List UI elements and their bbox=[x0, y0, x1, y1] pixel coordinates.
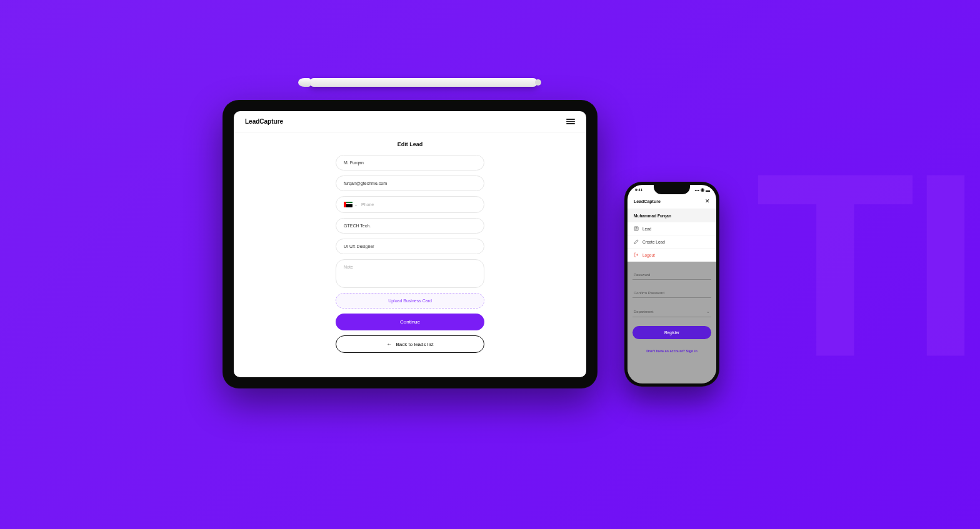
signal-icon: ▪▪▪ bbox=[695, 188, 699, 192]
phone-brand: LeadCapture bbox=[634, 199, 661, 204]
password-field[interactable]: Password bbox=[632, 267, 711, 280]
department-label: Department bbox=[634, 310, 653, 314]
phone-placeholder: Phone bbox=[361, 202, 374, 207]
company-field[interactable]: GTECH Tech. bbox=[336, 218, 484, 234]
logout-icon bbox=[634, 252, 639, 257]
lead-icon bbox=[634, 226, 639, 231]
signin-prompt: Don't have an account? Sign in bbox=[632, 349, 711, 353]
stylus-pencil bbox=[309, 78, 538, 87]
wifi-icon: ◉ bbox=[701, 187, 704, 192]
page-title: Edit Lead bbox=[398, 141, 423, 147]
menu-label-lead: Lead bbox=[642, 227, 651, 231]
chevron-down-icon: ⌄ bbox=[706, 309, 710, 314]
phone-device: 9:41 ▪▪▪ ◉ ▬ LeadCapture ✕ Muhammad Furq… bbox=[624, 182, 719, 387]
name-value: M. Furqan bbox=[344, 161, 364, 165]
phone-notch bbox=[654, 185, 690, 194]
tablet-body: Edit Lead M. Furqan furqan@gtechme.com ⌄… bbox=[234, 132, 586, 377]
back-button[interactable]: ← Back to leads list bbox=[336, 335, 484, 353]
status-indicators: ▪▪▪ ◉ ▬ bbox=[695, 187, 710, 192]
note-field[interactable]: Note bbox=[336, 259, 484, 288]
status-time: 9:41 bbox=[635, 188, 642, 192]
close-icon[interactable]: ✕ bbox=[705, 198, 710, 204]
password-label: Password bbox=[634, 273, 650, 277]
battery-icon: ▬ bbox=[706, 188, 710, 192]
tablet-device: LeadCapture Edit Lead M. Furqan furqan@g… bbox=[222, 100, 598, 388]
uae-flag-icon bbox=[344, 202, 352, 207]
menu-item-lead[interactable]: Lead bbox=[628, 222, 716, 235]
name-field[interactable]: M. Furqan bbox=[336, 155, 484, 171]
confirm-label: Confirm Password bbox=[634, 291, 664, 295]
signin-text: Don't have an account? bbox=[646, 349, 685, 353]
role-value: UI UX Designer bbox=[344, 244, 374, 249]
menu-label-logout: Logout bbox=[642, 253, 655, 257]
edit-lead-form: M. Furqan furqan@gtechme.com ⌄ Phone GTE… bbox=[336, 155, 484, 353]
country-flag-selector[interactable]: ⌄ bbox=[344, 202, 358, 207]
arrow-left-icon: ← bbox=[386, 341, 392, 347]
note-placeholder: Note bbox=[344, 265, 353, 269]
phone-overlay-form: Password Confirm Password Department ⌄ R… bbox=[628, 262, 716, 383]
back-label: Back to leads list bbox=[396, 342, 433, 347]
phone-screen: 9:41 ▪▪▪ ◉ ▬ LeadCapture ✕ Muhammad Furq… bbox=[628, 185, 716, 383]
department-select[interactable]: Department ⌄ bbox=[632, 303, 711, 317]
tablet-screen: LeadCapture Edit Lead M. Furqan furqan@g… bbox=[234, 111, 586, 377]
phone-header: LeadCapture ✕ bbox=[628, 194, 716, 209]
email-value: furqan@gtechme.com bbox=[344, 181, 387, 185]
user-name-bar: Muhammad Furqan bbox=[628, 209, 716, 222]
signin-link[interactable]: Sign in bbox=[686, 349, 698, 353]
continue-button[interactable]: Continue bbox=[336, 314, 484, 330]
upload-business-card-button[interactable]: Upload Business Card bbox=[336, 293, 484, 309]
upload-label: Upload Business Card bbox=[388, 299, 432, 303]
phone-field[interactable]: ⌄ Phone bbox=[336, 196, 484, 213]
background-watermark: TII bbox=[755, 114, 980, 415]
chevron-down-icon: ⌄ bbox=[354, 202, 358, 207]
company-value: GTECH Tech. bbox=[344, 224, 371, 228]
app-brand: LeadCapture bbox=[245, 118, 283, 125]
hamburger-menu-icon[interactable] bbox=[566, 119, 575, 124]
tablet-header: LeadCapture bbox=[234, 111, 586, 132]
menu-item-logout[interactable]: Logout bbox=[628, 249, 716, 262]
pencil-icon bbox=[634, 239, 639, 244]
email-field[interactable]: furqan@gtechme.com bbox=[336, 176, 484, 191]
confirm-password-field[interactable]: Confirm Password bbox=[632, 285, 711, 298]
role-field[interactable]: UI UX Designer bbox=[336, 239, 484, 254]
continue-label: Continue bbox=[400, 319, 420, 325]
menu-label-create: Create Lead bbox=[642, 240, 665, 244]
register-button[interactable]: Register bbox=[632, 326, 711, 339]
register-label: Register bbox=[664, 330, 679, 335]
menu-item-create-lead[interactable]: Create Lead bbox=[628, 235, 716, 249]
